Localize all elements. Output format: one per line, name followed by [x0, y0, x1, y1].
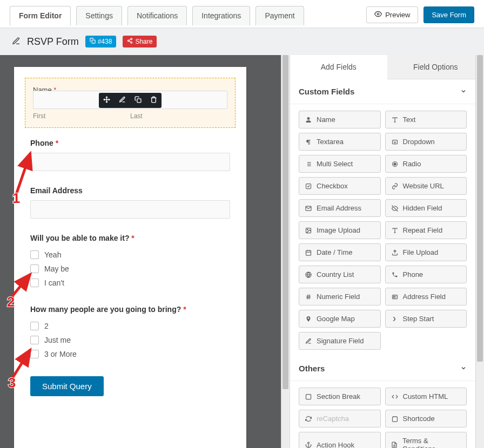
field-block-phone[interactable]: Phone *: [30, 139, 230, 171]
share-icon: [127, 38, 133, 45]
field-chip-step-start[interactable]: Step Start: [385, 310, 467, 328]
tab-notifications[interactable]: Notifications: [127, 6, 187, 25]
field-chip-section-break[interactable]: Section Break: [299, 388, 381, 405]
tab-payment[interactable]: Payment: [256, 6, 304, 25]
repeat-icon: [391, 227, 399, 234]
radio-icon: [391, 161, 399, 167]
share-label: Share: [135, 38, 152, 45]
svg-point-11: [394, 163, 396, 165]
field-chip-textarea[interactable]: Textarea: [299, 133, 381, 151]
field-chip-country-list[interactable]: Country List: [299, 266, 381, 283]
svg-point-4: [131, 42, 132, 43]
field-chip-name[interactable]: Name: [299, 111, 381, 128]
field-chip-dropdown[interactable]: Dropdown: [385, 133, 467, 151]
checkbox-icon: [30, 322, 39, 330]
field-chip-image-upload[interactable]: Image Upload: [299, 221, 381, 239]
move-icon[interactable]: [103, 96, 110, 105]
field-chip-checkbox[interactable]: Checkbox: [299, 177, 381, 195]
field-chip-multi-select[interactable]: Multi Select: [299, 155, 381, 173]
attend-option[interactable]: Yeah: [30, 248, 230, 262]
svg-rect-5: [137, 99, 141, 103]
terms-icon: [391, 442, 398, 448]
first-sublabel: First: [33, 112, 130, 120]
svg-point-21: [308, 442, 310, 444]
field-chip-terms-conditions[interactable]: Terms & Conditions: [385, 432, 467, 448]
html-icon: [391, 393, 399, 400]
chip-label: Custom HTML: [403, 392, 448, 401]
section-header[interactable]: Others: [290, 356, 475, 381]
duplicate-icon[interactable]: [135, 96, 142, 105]
section-title: Custom Fields: [299, 87, 354, 96]
edit-icon[interactable]: [119, 96, 126, 105]
field-block-email[interactable]: Email Address: [30, 186, 230, 219]
field-chip-date-time[interactable]: Date / Time: [299, 243, 381, 261]
field-chip-google-map[interactable]: Google Map: [299, 310, 381, 328]
field-chip-repeat-field[interactable]: Repeat Field: [385, 221, 467, 239]
panel-tab-field-options[interactable]: Field Options: [387, 55, 485, 79]
chevron-down-icon: [460, 364, 467, 373]
field-action-toolbar: [99, 93, 162, 108]
share-button[interactable]: Share: [123, 36, 157, 47]
tab-settings[interactable]: Settings: [76, 6, 122, 25]
count-option[interactable]: Just me: [30, 333, 230, 347]
submit-button[interactable]: Submit Query: [30, 376, 104, 396]
option-label: Yeah: [44, 250, 61, 259]
tab-integrations[interactable]: Integrations: [192, 6, 250, 25]
form-id-badge[interactable]: #438: [85, 36, 117, 47]
form-title[interactable]: RSVP Form: [27, 36, 79, 47]
save-form-button[interactable]: Save Form: [424, 6, 474, 23]
count-option[interactable]: 3 or More: [30, 347, 230, 361]
section-header[interactable]: Custom Fields: [290, 79, 475, 104]
chip-label: Textarea: [317, 138, 344, 146]
checkbox-icon: [30, 250, 39, 259]
short-icon: [391, 416, 399, 422]
field-chip-numeric-field[interactable]: Numeric Field: [299, 288, 381, 306]
field-chip-custom-html[interactable]: Custom HTML: [385, 388, 467, 405]
panel-scrollbar[interactable]: [475, 55, 484, 448]
preview-button[interactable]: Preview: [366, 6, 418, 23]
checkbox-icon: [30, 336, 39, 344]
chip-label: Google Map: [317, 315, 355, 323]
svg-point-15: [307, 229, 308, 230]
tab-form-editor[interactable]: Form Editor: [10, 6, 71, 25]
field-chip-hidden-field[interactable]: Hidden Field: [385, 199, 467, 217]
user-icon: [305, 117, 312, 123]
chip-label: Shortcode: [403, 415, 435, 423]
chip-label: Dropdown: [403, 138, 435, 146]
chip-label: Date / Time: [317, 248, 352, 256]
chip-label: reCaptcha: [317, 415, 349, 423]
chip-label: Signature Field: [317, 337, 364, 345]
field-chip-action-hook[interactable]: Action Hook: [299, 432, 381, 448]
trash-icon[interactable]: [150, 96, 157, 105]
attend-option[interactable]: May be: [30, 262, 230, 276]
panel-tab-add-fields[interactable]: Add Fields: [290, 55, 387, 79]
count-option[interactable]: 2: [30, 319, 230, 333]
field-chip-file-upload[interactable]: File Upload: [385, 243, 467, 261]
field-block-name[interactable]: Name * First Last: [25, 78, 236, 128]
link-icon: [391, 183, 399, 189]
form-canvas-area[interactable]: Name * First Last: [0, 55, 290, 448]
canvas-scrollbar[interactable]: [281, 55, 290, 448]
field-chip-website-url[interactable]: Website URL: [385, 177, 467, 195]
anchor-icon: [305, 442, 312, 448]
field-chip-phone[interactable]: Phone: [385, 266, 467, 283]
field-chip-text[interactable]: Text: [385, 111, 467, 128]
break-icon: [305, 393, 312, 400]
field-block-count[interactable]: How many people are you going to bring? …: [30, 305, 230, 361]
attend-option[interactable]: I can't: [30, 276, 230, 290]
field-chip-signature-field[interactable]: Signature Field: [299, 332, 381, 350]
preview-label: Preview: [385, 11, 410, 19]
addr-icon: [391, 294, 399, 300]
field-chip-address-field[interactable]: Address Field: [385, 288, 467, 306]
field-chip-radio[interactable]: Radio: [385, 155, 467, 173]
chip-label: File Upload: [403, 248, 439, 256]
svg-rect-20: [392, 417, 397, 422]
chip-label: Phone: [403, 270, 424, 279]
phone-input[interactable]: [30, 153, 230, 171]
svg-rect-16: [306, 250, 311, 255]
email-input[interactable]: [30, 200, 230, 219]
field-block-attend[interactable]: Will you be able to make it? * Yeah May …: [30, 234, 230, 290]
chip-label: Section Break: [317, 392, 360, 401]
field-chip-email-address[interactable]: Email Address: [299, 199, 381, 217]
field-chip-shortcode[interactable]: Shortcode: [385, 410, 467, 427]
